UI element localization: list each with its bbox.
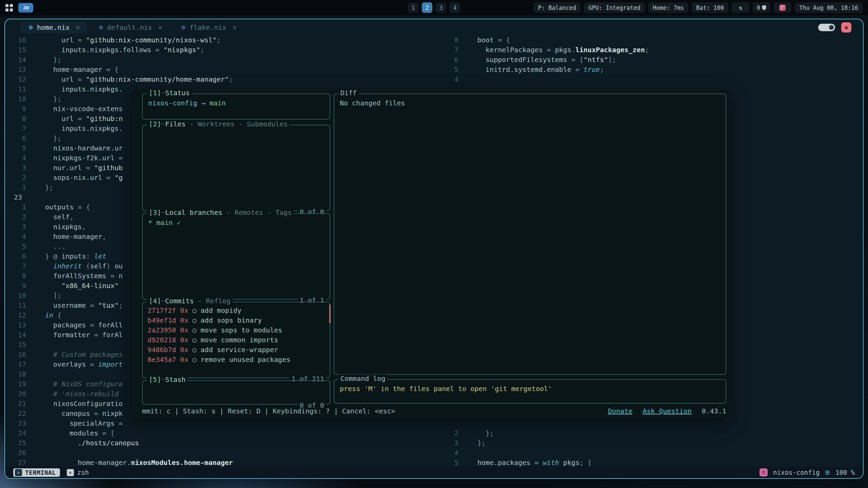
token: ; bbox=[229, 75, 233, 83]
code-line[interactable]: 13 home-manager = { bbox=[5, 65, 437, 75]
code-text: self, bbox=[32, 212, 74, 222]
code-line[interactable]: 12 url = "github:nix-community/home-mana… bbox=[5, 75, 437, 84]
code-line[interactable]: 14 }; bbox=[5, 55, 437, 65]
lazygit-commits-panel[interactable]: [4]─Commits - Reflog 2717f2f 0x ○ add mo… bbox=[142, 302, 330, 378]
tab-close-icon[interactable]: × bbox=[158, 23, 162, 32]
token: nixos-hardware.ur bbox=[45, 144, 123, 152]
commit-row[interactable]: 8e345a7 0x ○ remove unused packages bbox=[147, 355, 325, 365]
network-traffic-icon[interactable]: ⇅ bbox=[732, 2, 749, 13]
keybar-links: DonateAsk Question bbox=[598, 406, 692, 416]
lazygit-status-panel[interactable]: [1]─Status nixos-config → main bbox=[142, 94, 330, 120]
code-line[interactable]: 25 ./hosts/canopus bbox=[5, 438, 437, 448]
token: overlays bbox=[45, 360, 86, 368]
line-number: 11 bbox=[5, 84, 32, 94]
tab-default.nix[interactable]: ❄default.nix× bbox=[91, 22, 170, 33]
panel-number: [1] bbox=[149, 89, 161, 97]
token: = bbox=[115, 154, 123, 162]
panel-title-text: Local branches bbox=[165, 208, 222, 217]
commit-hash: 9486b7d bbox=[147, 346, 176, 354]
workspace-button-3[interactable]: 3 bbox=[436, 2, 446, 13]
code-line[interactable]: 24 modules = [ bbox=[5, 428, 437, 438]
lazygit-branches-panel[interactable]: [3]─Local branches - Remotes - Tags * ma… bbox=[142, 213, 330, 300]
workspace-button-1[interactable]: 1 bbox=[408, 2, 418, 13]
token: inherit bbox=[45, 262, 82, 270]
commit-row[interactable]: b49ef1d 0x ○ add sops binary bbox=[147, 316, 325, 325]
commit-row[interactable]: d920218 0x ○ move common imports bbox=[147, 335, 325, 345]
token: = bbox=[74, 75, 86, 83]
diff-content: No changed files bbox=[334, 94, 726, 112]
lazygit-version: 0.43.1 bbox=[702, 406, 726, 416]
commit-message: add service-wrapper bbox=[201, 346, 278, 354]
color-swatch-icon[interactable] bbox=[774, 2, 791, 13]
code-line[interactable]: 2 }; bbox=[437, 428, 863, 438]
code-line[interactable]: 4 bbox=[437, 75, 863, 84]
token: in bbox=[45, 311, 53, 319]
list-icon[interactable]: ≡ bbox=[825, 468, 830, 477]
code-line[interactable]: 5 initrd.systemd.enable = true; bbox=[437, 65, 863, 75]
token: nur.url bbox=[45, 164, 82, 172]
token: boot bbox=[477, 36, 494, 44]
tab-close-icon[interactable]: × bbox=[232, 23, 237, 32]
code-text: packages = forAll bbox=[32, 320, 123, 330]
line-number: 6 bbox=[5, 251, 32, 261]
code-text: nixpkgs, bbox=[32, 222, 86, 232]
lazygit-stash-panel[interactable]: [5]─Stash 0 of 0 bbox=[142, 380, 330, 405]
code-line[interactable]: 23 specialArgs = bbox=[5, 419, 437, 428]
lazygit-command-log-panel[interactable]: Command log press 'M' in the files panel… bbox=[334, 379, 726, 404]
apps-grid-icon[interactable] bbox=[5, 4, 13, 12]
commits-scrollbar[interactable] bbox=[329, 304, 331, 323]
code-text: home-manager = { bbox=[32, 65, 119, 75]
code-text: home-manager, bbox=[32, 232, 106, 242]
token: }; bbox=[477, 429, 494, 437]
commit-row[interactable]: 2a23950 0x ○ move sops to modules bbox=[147, 325, 325, 335]
token: sops-nix.url bbox=[45, 174, 102, 182]
code-line[interactable]: 27 home-manager.nixosModules.home-manage… bbox=[5, 458, 437, 467]
token: ... bbox=[45, 242, 65, 250]
keyboard-layout-badge[interactable]: JW bbox=[18, 3, 33, 13]
window-pin-toggle[interactable] bbox=[818, 24, 835, 31]
token: ) bbox=[106, 262, 115, 270]
window-close-button[interactable]: × bbox=[841, 22, 851, 33]
clock[interactable]: Thu Aug 08, 18:16 bbox=[795, 2, 863, 13]
workspace-button-2[interactable]: 2 bbox=[422, 2, 432, 13]
token: nixpkgs-f2k.url bbox=[45, 154, 115, 162]
token: nixosConfiguratio bbox=[45, 400, 123, 408]
tab-close-icon[interactable]: × bbox=[76, 23, 80, 32]
code-line[interactable]: 6 supportedFilesystems = ["ntfs"]; bbox=[437, 55, 863, 65]
panel-number: [3] bbox=[149, 208, 161, 217]
panel-title-dash: ─ bbox=[161, 208, 165, 217]
code-line[interactable]: 4 bbox=[437, 448, 863, 458]
commit-row[interactable]: 2717f2f 0x ○ add mopidy bbox=[147, 306, 325, 316]
tab-home.nix[interactable]: ❄home.nix× bbox=[21, 22, 87, 33]
commit-row[interactable]: 9486b7d 0x ○ add service-wrapper bbox=[147, 345, 325, 355]
code-line[interactable]: 7 kernelPackages = pkgs.linuxPackages_ze… bbox=[437, 45, 863, 55]
commit-message: add mopidy bbox=[201, 306, 241, 314]
code-line[interactable]: 3}; bbox=[437, 438, 863, 448]
token: = bbox=[90, 331, 102, 339]
branch-label: * main bbox=[148, 219, 177, 227]
line-number: 13 bbox=[5, 65, 32, 75]
code-text: url = "github:nix-community/nixos-wsl"; bbox=[32, 35, 221, 45]
token: inputs.nixpkgs. bbox=[45, 85, 123, 93]
token: = bbox=[102, 174, 115, 182]
branch-name: main bbox=[210, 99, 226, 107]
shield-zero-icon[interactable]: 0 bbox=[753, 2, 770, 13]
repo-badge-icon[interactable] bbox=[760, 468, 768, 476]
swatch-icon bbox=[780, 5, 786, 11]
link-ask-question[interactable]: Ask Question bbox=[643, 406, 692, 416]
code-text bbox=[465, 448, 477, 458]
tab-flake.nix[interactable]: ❄flake.nix× bbox=[173, 22, 244, 33]
line-number: 23 bbox=[5, 419, 32, 428]
code-line[interactable]: 26 bbox=[5, 448, 437, 458]
files-panel-title: [2]─Files - Worktrees - Submodules bbox=[147, 120, 290, 128]
link-donate[interactable]: Donate bbox=[608, 406, 632, 416]
token: = bbox=[115, 419, 123, 427]
token: forAl bbox=[102, 331, 123, 339]
code-line[interactable]: 15 inputs.nixpkgs.follows = "nixpkgs"; bbox=[5, 45, 437, 55]
lazygit-diff-panel[interactable]: Diff No changed files bbox=[334, 94, 726, 375]
code-line[interactable]: 5home.packages = with pkgs; [ bbox=[437, 458, 863, 467]
lazygit-files-panel[interactable]: [2]─Files - Worktrees - Submodules 0 of … bbox=[142, 125, 330, 211]
workspace-button-4[interactable]: 4 bbox=[450, 2, 460, 13]
code-line[interactable]: 8boot = { bbox=[437, 35, 863, 45]
code-line[interactable]: 16 url = "github:nix-community/nixos-wsl… bbox=[5, 35, 437, 45]
